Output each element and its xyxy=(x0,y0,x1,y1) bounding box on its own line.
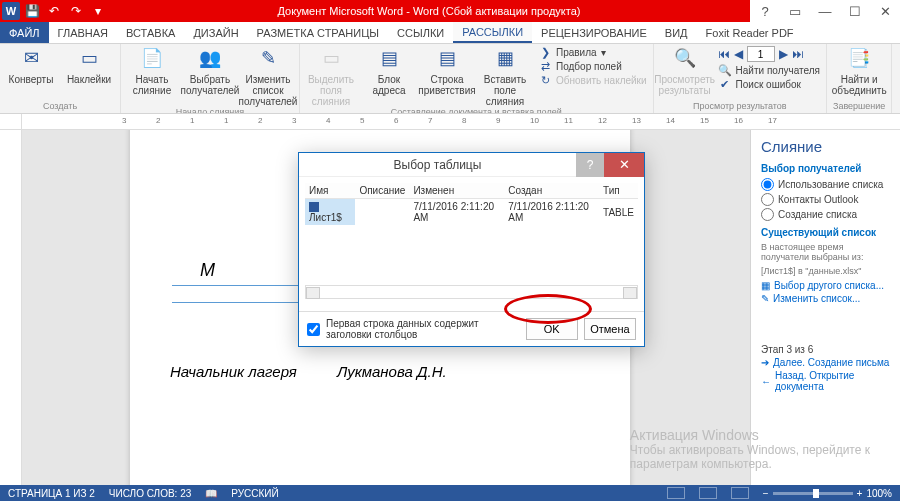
web-layout-icon[interactable] xyxy=(731,487,749,499)
rules-button[interactable]: ❯Правила ▾ xyxy=(538,46,647,59)
tab-view[interactable]: ВИД xyxy=(656,22,697,43)
update-icon: ↻ xyxy=(538,74,552,87)
close-icon[interactable]: ✕ xyxy=(870,0,900,22)
existing-list-source: [Лист1$] в "данные.xlsx" xyxy=(761,266,890,276)
vertical-ruler[interactable] xyxy=(0,130,22,485)
tab-references[interactable]: ССЫЛКИ xyxy=(388,22,453,43)
prev-record-icon[interactable]: ◀ xyxy=(734,47,743,61)
language-indicator[interactable]: РУССКИЙ xyxy=(231,488,278,499)
zoom-in-icon[interactable]: + xyxy=(857,488,863,499)
first-record-icon[interactable]: ⏮ xyxy=(718,47,730,61)
record-number-input[interactable] xyxy=(747,46,775,62)
find-recipient-button[interactable]: 🔍Найти получателя xyxy=(718,64,820,77)
tab-mailings[interactable]: РАССЫЛКИ xyxy=(453,22,532,43)
zoom-out-icon[interactable]: − xyxy=(763,488,769,499)
col-created[interactable]: Создан xyxy=(504,183,599,199)
address-block-button[interactable]: ▤Блок адреса xyxy=(364,46,414,96)
tab-review[interactable]: РЕЦЕНЗИРОВАНИЕ xyxy=(532,22,656,43)
zoom-slider[interactable] xyxy=(773,492,853,495)
ribbon-opts-icon[interactable]: ▭ xyxy=(780,0,810,22)
list-icon: ▦ xyxy=(761,280,770,291)
labels-button[interactable]: ▭Наклейки xyxy=(64,46,114,85)
greeting-line-button[interactable]: ▤Строка приветствия xyxy=(422,46,472,96)
highlight-icon: ▭ xyxy=(318,46,344,72)
zoom-control[interactable]: − + 100% xyxy=(763,488,892,499)
group-start: 📄Начать слияние 👥Выбрать получателей ✎Из… xyxy=(121,44,300,113)
tab-file[interactable]: ФАЙЛ xyxy=(0,22,49,43)
horizontal-scrollbar[interactable] xyxy=(305,285,638,299)
opt-outlook[interactable]: Контакты Outlook xyxy=(761,193,890,206)
existing-list-header: Существующий список xyxy=(761,227,890,238)
rules-icon: ❯ xyxy=(538,46,552,59)
page-leader-name: Лукманова Д.Н. xyxy=(337,363,447,380)
print-layout-icon[interactable] xyxy=(699,487,717,499)
minimize-icon[interactable]: — xyxy=(810,0,840,22)
dialog-help-icon[interactable]: ? xyxy=(576,153,604,177)
maximize-icon[interactable]: ☐ xyxy=(840,0,870,22)
select-table-dialog: Выбор таблицы ? ✕ Имя Описание Изменен С… xyxy=(298,152,645,347)
greeting-icon: ▤ xyxy=(434,46,460,72)
col-type[interactable]: Тип xyxy=(599,183,638,199)
match-fields-button[interactable]: ⇄Подбор полей xyxy=(538,60,647,73)
tab-foxit[interactable]: Foxit Reader PDF xyxy=(697,22,803,43)
underline xyxy=(172,285,312,286)
tab-layout[interactable]: РАЗМЕТКА СТРАНИЦЫ xyxy=(248,22,388,43)
save-icon[interactable]: 💾 xyxy=(22,2,42,20)
start-merge-button[interactable]: 📄Начать слияние xyxy=(127,46,177,96)
edit-list-link[interactable]: ✎Изменить список... xyxy=(761,293,890,304)
window-controls: ? ▭ — ☐ ✕ xyxy=(750,0,900,22)
choose-other-list-link[interactable]: ▦Выбор другого списка... xyxy=(761,280,890,291)
tables-list[interactable]: Имя Описание Изменен Создан Тип Лист1$ 7… xyxy=(305,183,638,225)
qat-more-icon[interactable]: ▾ xyxy=(88,2,108,20)
finish-merge-button[interactable]: 📑Найти и объединить xyxy=(834,46,884,96)
highlight-fields-button[interactable]: ▭Выделить поля слияния xyxy=(306,46,356,107)
proofing-icon[interactable]: 📖 xyxy=(205,488,217,499)
col-desc[interactable]: Описание xyxy=(355,183,409,199)
pane-title: Слияние xyxy=(761,138,890,155)
preview-results-button[interactable]: 🔍Просмотреть результаты xyxy=(660,46,710,96)
sheet-icon xyxy=(309,202,319,212)
record-nav[interactable]: ⏮◀ ▶⏭ xyxy=(718,46,820,62)
table-row[interactable]: Лист1$ 7/11/2016 2:11:20 AM 7/11/2016 2:… xyxy=(305,199,638,226)
page-indicator[interactable]: СТРАНИЦА 1 ИЗ 2 xyxy=(8,488,95,499)
arrow-right-icon: ➔ xyxy=(761,357,769,368)
redo-icon[interactable]: ↷ xyxy=(66,2,86,20)
next-record-icon[interactable]: ▶ xyxy=(779,47,788,61)
step-indicator: Этап 3 из 6 xyxy=(761,344,890,355)
undo-icon[interactable]: ↶ xyxy=(44,2,64,20)
page-leader-label: Начальник лагеря xyxy=(170,363,297,380)
insert-field-button[interactable]: ▦Вставить поле слияния xyxy=(480,46,530,107)
tab-insert[interactable]: ВСТАВКА xyxy=(117,22,184,43)
col-modified[interactable]: Изменен xyxy=(409,183,504,199)
col-name[interactable]: Имя xyxy=(305,183,355,199)
edit-recipients-button[interactable]: ✎Изменить список получателей xyxy=(243,46,293,107)
help-icon[interactable]: ? xyxy=(750,0,780,22)
word-count[interactable]: ЧИСЛО СЛОВ: 23 xyxy=(109,488,191,499)
first-row-headers-checkbox[interactable] xyxy=(307,323,320,336)
cancel-button[interactable]: Отмена xyxy=(584,318,636,340)
preview-icon: 🔍 xyxy=(672,46,698,72)
tab-home[interactable]: ГЛАВНАЯ xyxy=(49,22,117,43)
horizontal-ruler[interactable]: 3211234567891011121314151617 xyxy=(0,114,900,130)
update-labels-button[interactable]: ↻Обновить наклейки xyxy=(538,74,647,87)
word-icon: W xyxy=(2,2,20,20)
dialog-close-icon[interactable]: ✕ xyxy=(604,153,644,177)
next-step-link[interactable]: ➔Далее. Создание письма xyxy=(761,357,890,368)
read-mode-icon[interactable] xyxy=(667,487,685,499)
ok-button[interactable]: OK xyxy=(526,318,578,340)
check-errors-button[interactable]: ✔Поиск ошибок xyxy=(718,78,820,91)
edit-icon: ✎ xyxy=(761,293,769,304)
tab-design[interactable]: ДИЗАЙН xyxy=(184,22,247,43)
opt-new-list[interactable]: Создание списка xyxy=(761,208,890,221)
title-bar: W 💾 ↶ ↷ ▾ Документ Microsoft Word - Word… xyxy=(0,0,900,22)
opt-use-list[interactable]: Использование списка xyxy=(761,178,890,191)
select-recipients-button[interactable]: 👥Выбрать получателей xyxy=(185,46,235,96)
envelopes-button[interactable]: ✉Конверты xyxy=(6,46,56,85)
match-icon: ⇄ xyxy=(538,60,552,73)
zoom-level[interactable]: 100% xyxy=(866,488,892,499)
prev-step-link[interactable]: ←Назад. Открытие документа xyxy=(761,370,890,392)
select-recipients-header: Выбор получателей xyxy=(761,163,890,174)
envelope-icon: ✉ xyxy=(18,46,44,72)
group-create: ✉Конверты ▭Наклейки Создать xyxy=(0,44,121,113)
last-record-icon[interactable]: ⏭ xyxy=(792,47,804,61)
